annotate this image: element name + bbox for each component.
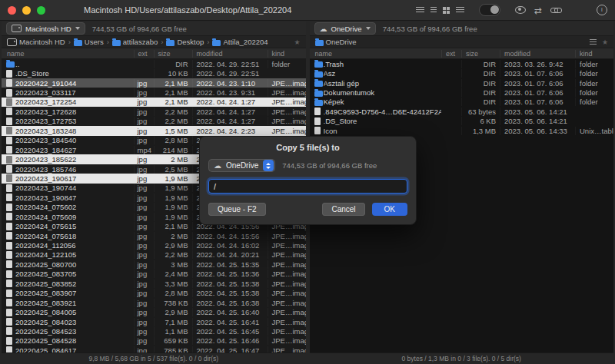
file-row[interactable]: DokumentumokDIR2023. 01. 07. 6:06folder — [310, 88, 614, 97]
link-panels-icon[interactable] — [550, 8, 562, 13]
file-row[interactable]: 20220423_172753jpg2,2 MB2022. 04. 24. 1:… — [2, 117, 306, 126]
minimize-window-button[interactable] — [22, 6, 31, 15]
file-name: 20220423_190847 — [15, 194, 134, 202]
breadcrumb-separator: › — [107, 38, 109, 46]
favorites-star-icon[interactable] — [602, 38, 608, 46]
menu-bars-icon[interactable] — [590, 39, 597, 45]
chevron-down-icon — [366, 27, 371, 30]
file-icon — [2, 270, 15, 278]
ok-button[interactable]: OK — [372, 203, 407, 216]
breadcrumb-item[interactable]: Desktop — [166, 38, 204, 46]
folder-icon — [310, 90, 324, 96]
breadcrumb-item[interactable]: Attila_202204 — [212, 38, 268, 46]
file-row[interactable]: 20220425_084528jpg659 KB2022. 04. 25. 16… — [2, 336, 306, 346]
folder-icon — [310, 71, 324, 77]
file-row[interactable]: AszDIR2023. 01. 07. 6:06folder — [310, 68, 614, 78]
file-row[interactable]: .DS_Store10 KB2022. 04. 29. 22:51 — [2, 68, 306, 78]
file-size: 2,1 MB — [154, 79, 192, 88]
file-name: 20220423_172254 — [15, 98, 134, 106]
breadcrumb-item[interactable]: Users — [74, 38, 104, 46]
file-row[interactable]: .TrashDIR2023. 03. 26. 9:42folder — [310, 59, 614, 68]
destination-drive-dropdown[interactable]: OneDrive — [208, 159, 275, 172]
file-row[interactable]: 20220425_084023jpg7,1 MB2022. 04. 25. 16… — [2, 317, 306, 326]
breadcrumb-item[interactable]: OneDrive — [315, 38, 357, 46]
column-header-size[interactable]: size — [461, 50, 500, 58]
breadcrumb-item[interactable]: Macintosh HD — [7, 38, 65, 46]
file-row[interactable]: Icon1,3 MB2023. 05. 06. 14:33Unix…table — [310, 126, 614, 135]
file-size: 659 KB — [154, 336, 192, 345]
file-row[interactable]: 20220423_033117jpg2,1 MB2022. 04. 23. 9:… — [2, 88, 306, 97]
queue-button[interactable]: Queue - F2 — [208, 203, 266, 216]
file-row[interactable]: 20220424_075618jpg2 MB2022. 04. 24. 15:5… — [2, 231, 306, 240]
destination-path-input[interactable] — [208, 179, 407, 194]
file-size: 738 KB — [154, 299, 192, 307]
file-row[interactable]: KépekDIR2023. 01. 07. 6:06folder — [310, 98, 614, 107]
column-header-name[interactable]: name — [2, 50, 134, 58]
file-size: 2,8 MB — [154, 136, 192, 144]
file-row[interactable]: 20220424_122105jpg2,2 MB2022. 04. 24. 20… — [2, 250, 306, 260]
breadcrumb-item[interactable]: attilaszabo — [112, 38, 158, 46]
file-row[interactable]: 20220424_112056jpg2,9 MB2022. 04. 24. 16… — [2, 240, 306, 250]
file-icon — [2, 184, 15, 192]
file-size: 2,5 MB — [154, 165, 192, 174]
copy-dialog: Copy 5 file(s) to OneDrive 744,53 GB of … — [199, 136, 417, 225]
file-name: 20220425_080700 — [15, 260, 134, 269]
column-header-kind[interactable]: kind — [575, 50, 613, 58]
file-ext: jpg — [134, 318, 154, 326]
file-ext: jpg — [134, 108, 154, 116]
column-header-modified[interactable]: modified — [192, 50, 268, 58]
file-row[interactable]: 20220425_083852jpg3,3 MB2022. 04. 25. 15… — [2, 279, 306, 288]
column-header-ext[interactable]: ext — [441, 50, 461, 58]
file-ext: jpg — [134, 299, 154, 307]
right-breadcrumb: OneDrive — [310, 36, 614, 48]
file-ext: jpg — [134, 127, 154, 135]
file-row[interactable]: 20220425_083705jpg2,4 MB2022. 04. 25. 15… — [2, 270, 306, 279]
file-row[interactable]: ..DIR2022. 04. 29. 22:51folder — [2, 59, 306, 68]
show-hidden-eye-icon[interactable] — [515, 6, 526, 14]
file-size: 10 KB — [154, 69, 192, 78]
file-row[interactable]: 20220425_084523jpg1,1 MB2022. 04. 25. 16… — [2, 326, 306, 336]
left-drive-selector[interactable]: Macintosh HD — [6, 22, 85, 35]
file-row[interactable]: 20220425_084005jpg2,9 MB2022. 04. 25. 16… — [2, 307, 306, 316]
file-row[interactable]: .849C9593-D756-4…D6E-42412F2A707B63 byte… — [310, 107, 614, 116]
file-row[interactable]: 20220425_083921jpg738 KB2022. 04. 25. 16… — [2, 298, 306, 307]
file-row[interactable]: 20220425_080700jpg3 MB2022. 04. 25. 15:3… — [2, 260, 306, 269]
file-kind: folder — [575, 79, 613, 88]
file-manager-window: Macintosh HD/Users/attilaszabo/Desktop/A… — [0, 0, 615, 364]
view-grid-icon[interactable] — [443, 7, 450, 14]
file-modified: 2022. 04. 24. 1:27 — [192, 98, 268, 106]
file-icon — [2, 337, 15, 345]
column-header-modified[interactable]: modified — [500, 50, 575, 58]
file-row[interactable]: .DS_Store6 KB2023. 05. 06. 14:21 — [310, 117, 614, 126]
file-modified: 2022. 04. 25. 16:40 — [192, 308, 268, 316]
swap-panels-icon[interactable] — [534, 3, 542, 17]
close-window-button[interactable] — [8, 6, 16, 15]
file-row[interactable]: 20220423_172628jpg2,2 MB2022. 04. 24. 1:… — [2, 107, 306, 116]
file-modified: 2022. 04. 25. 15:36 — [192, 270, 268, 278]
file-row[interactable]: 20220425_083907jpg2,8 MB2022. 04. 25. 15… — [2, 289, 306, 298]
right-drive-selector[interactable]: OneDrive — [314, 22, 376, 35]
file-size: 3,3 MB — [154, 280, 192, 288]
view-brief-icon[interactable] — [430, 7, 437, 14]
column-header-ext[interactable]: ext — [134, 50, 154, 58]
file-row[interactable]: Asztali gépDIR2023. 01. 07. 6:06folder — [310, 78, 614, 88]
file-row[interactable]: 20220422_191044jpg2,1 MB2022. 04. 23. 1:… — [2, 78, 306, 88]
file-row[interactable]: 20220425_084617jpg785 KB2022. 04. 25. 16… — [2, 346, 306, 352]
file-ext: jpg — [134, 155, 154, 164]
file-kind: JPE…image — [268, 260, 306, 269]
cancel-button[interactable]: Cancel — [322, 203, 364, 216]
info-icon[interactable] — [597, 5, 607, 15]
column-header-size[interactable]: size — [154, 50, 192, 58]
view-full-icon[interactable] — [416, 7, 424, 14]
file-kind: JPE…image — [268, 108, 306, 116]
column-header-kind[interactable]: kind — [268, 50, 306, 58]
zoom-window-button[interactable] — [37, 6, 45, 15]
column-header-name[interactable]: name — [310, 50, 442, 58]
file-row[interactable]: 20220423_183248jpg1,5 MB2022. 04. 24. 2:… — [2, 126, 306, 135]
file-modified: 2023. 01. 07. 6:06 — [500, 69, 575, 78]
favorites-star-icon[interactable] — [294, 38, 300, 46]
file-row[interactable]: 20220423_172254jpg2,1 MB2022. 04. 24. 1:… — [2, 98, 306, 107]
view-list-icon[interactable] — [456, 7, 464, 14]
file-modified: 2022. 04. 25. 16:45 — [192, 327, 268, 336]
dual-pane-toggle[interactable] — [479, 4, 500, 16]
